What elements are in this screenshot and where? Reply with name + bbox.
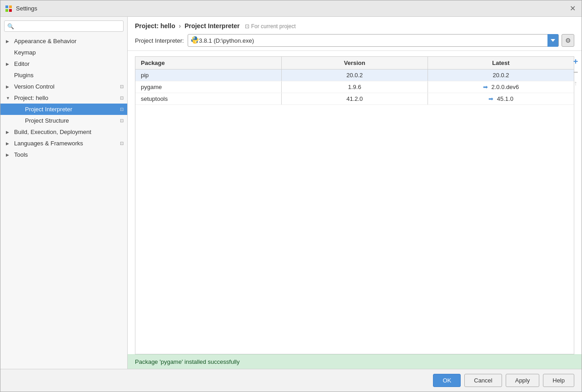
- cell-version: 20.0.2: [282, 69, 428, 81]
- arrow-icon: ▼: [6, 96, 12, 100]
- ext-icon: ⊡: [120, 141, 124, 146]
- arrow-icon: ▶: [6, 84, 12, 89]
- interpreter-settings-button[interactable]: ⚙: [562, 34, 574, 47]
- svg-point-5: [195, 42, 196, 43]
- close-button[interactable]: ✕: [568, 4, 577, 13]
- cell-latest: 20.0.2: [428, 69, 574, 81]
- interpreter-select-text: 3.8.1 (D:\python.exe): [199, 37, 546, 44]
- table-row[interactable]: pygame1.9.6➡ 2.0.0.dev6: [135, 81, 574, 93]
- status-bar: Package 'pygame' installed successfully: [128, 354, 582, 369]
- help-button[interactable]: Help: [543, 374, 574, 387]
- col-header-latest: Latest: [428, 57, 574, 69]
- svg-rect-0: [5, 5, 8, 8]
- sidebar-item-version-control[interactable]: ▶Version Control⊡: [0, 81, 127, 92]
- arrow-icon: ▶: [6, 62, 12, 66]
- col-header-package: Package: [135, 57, 282, 69]
- table-row[interactable]: pip20.0.220.0.2: [135, 69, 574, 81]
- sidebar-item-label: Project Structure: [25, 117, 118, 124]
- apply-button[interactable]: Apply: [506, 374, 540, 387]
- arrow-icon: ▶: [6, 130, 12, 134]
- table-side-buttons: + − ↑: [571, 56, 582, 88]
- search-input[interactable]: [4, 20, 124, 32]
- ext-icon: ⊡: [120, 118, 124, 123]
- sidebar-item-build-execution[interactable]: ▶Build, Execution, Deployment: [0, 126, 127, 138]
- cell-package: setuptools: [135, 93, 282, 104]
- sidebar-item-project-hello[interactable]: ▼Project: hello⊡: [0, 92, 127, 104]
- app-icon: [5, 5, 12, 12]
- sidebar-item-label: Appearance & Behavior: [14, 38, 124, 45]
- cell-version: 1.9.6: [282, 81, 428, 93]
- sidebar-item-plugins[interactable]: Plugins: [0, 69, 127, 81]
- main-header: Project: hello › Project Interpreter ⊡ F…: [128, 17, 582, 51]
- sidebar-item-keymap[interactable]: Keymap: [0, 47, 127, 58]
- upgrade-package-button[interactable]: ↑: [571, 78, 581, 88]
- search-wrapper: 🔍: [4, 20, 124, 32]
- cell-version: 41.2.0: [282, 93, 428, 104]
- ext-icon: ⊡: [120, 107, 124, 112]
- sidebar-item-editor[interactable]: ▶Editor: [0, 58, 127, 69]
- svg-rect-2: [5, 9, 8, 12]
- ext-icon: ⊡: [120, 95, 124, 100]
- search-icon: 🔍: [7, 23, 14, 30]
- cell-package: pip: [135, 69, 282, 81]
- sidebar-item-languages-frameworks[interactable]: ▶Languages & Frameworks⊡: [0, 138, 127, 149]
- sidebar-item-project-interpreter[interactable]: Project Interpreter⊡: [0, 104, 127, 115]
- sidebar-item-appearance-behavior[interactable]: ▶Appearance & Behavior: [0, 35, 127, 47]
- sidebar-item-label: Keymap: [14, 49, 124, 56]
- cell-package: pygame: [135, 81, 282, 93]
- python-icon: [191, 36, 199, 45]
- sidebar-item-tools[interactable]: ▶Tools: [0, 149, 127, 160]
- sidebar-item-label: Project Interpreter: [25, 106, 118, 113]
- table-body: pip20.0.220.0.2pygame1.9.6➡ 2.0.0.dev6se…: [135, 69, 574, 354]
- interpreter-select-wrapper[interactable]: 3.8.1 (D:\python.exe): [188, 34, 559, 47]
- sidebar-item-label: Languages & Frameworks: [14, 140, 118, 147]
- breadcrumb-project: Project: hello: [135, 22, 175, 30]
- arrow-icon: ▶: [6, 141, 12, 146]
- sidebar-item-label: Plugins: [14, 72, 124, 79]
- packages-area: Package Version Latest pip20.0.220.0.2py…: [128, 51, 582, 354]
- packages-table: Package Version Latest pip20.0.220.0.2py…: [135, 56, 574, 354]
- title-bar: Settings ✕: [0, 0, 582, 17]
- sidebar-item-label: Build, Execution, Deployment: [14, 129, 124, 135]
- upgrade-arrow-icon: ➡: [488, 95, 495, 102]
- add-package-button[interactable]: +: [571, 56, 581, 66]
- status-message: Package 'pygame' installed successfully: [135, 358, 239, 365]
- breadcrumb: Project: hello › Project Interpreter ⊡ F…: [135, 22, 574, 30]
- arrow-icon: ▶: [6, 39, 12, 44]
- sidebar: 🔍 ▶Appearance & BehaviorKeymap▶EditorPlu…: [0, 17, 128, 369]
- remove-package-button[interactable]: −: [571, 67, 581, 77]
- interpreter-label: Project Interpreter:: [135, 37, 184, 44]
- sidebar-item-label: Project: hello: [14, 94, 118, 101]
- svg-rect-1: [9, 5, 12, 8]
- dialog-title: Settings: [16, 5, 568, 12]
- col-header-version: Version: [282, 57, 428, 69]
- breadcrumb-current: Project Interpreter: [184, 22, 239, 30]
- svg-point-4: [194, 37, 194, 38]
- interpreter-dropdown-button[interactable]: [547, 34, 558, 47]
- main-content: Project: hello › Project Interpreter ⊡ F…: [128, 17, 582, 369]
- cell-latest: ➡ 2.0.0.dev6: [428, 81, 574, 93]
- sidebar-item-project-structure[interactable]: Project Structure⊡: [0, 115, 127, 126]
- upgrade-arrow-icon: ➡: [483, 84, 490, 90]
- current-project-note: ⊡ For current project: [245, 23, 295, 30]
- table-header: Package Version Latest: [135, 57, 574, 69]
- sidebar-item-label: Tools: [14, 151, 124, 158]
- bottom-buttons: OK Cancel Apply Help: [0, 369, 582, 392]
- sidebar-items-container: ▶Appearance & BehaviorKeymap▶EditorPlugi…: [0, 35, 127, 160]
- content-area: 🔍 ▶Appearance & BehaviorKeymap▶EditorPlu…: [0, 17, 582, 369]
- table-row[interactable]: setuptools41.2.0➡ 45.1.0: [135, 93, 574, 105]
- svg-rect-3: [9, 9, 12, 12]
- cell-latest: ➡ 45.1.0: [428, 93, 574, 104]
- breadcrumb-separator: ›: [179, 22, 181, 30]
- settings-dialog: Settings ✕ 🔍 ▶Appearance & BehaviorKeyma…: [0, 0, 582, 392]
- sidebar-item-label: Version Control: [14, 83, 118, 90]
- arrow-icon: ▶: [6, 153, 12, 157]
- ext-icon: ⊡: [120, 84, 124, 89]
- sidebar-item-label: Editor: [14, 60, 124, 67]
- ok-button[interactable]: OK: [433, 374, 461, 387]
- interpreter-row: Project Interpreter:: [135, 34, 574, 47]
- cancel-button[interactable]: Cancel: [464, 374, 502, 387]
